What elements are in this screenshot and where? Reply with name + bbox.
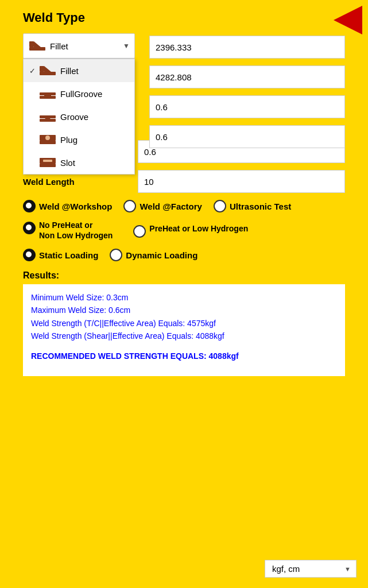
preheat-radio-label: PreHeat or Low Hydrogen: [149, 224, 248, 234]
dynamic-radio-option[interactable]: Dynamic Loading: [110, 249, 197, 261]
result-spacer: [31, 343, 337, 350]
page-title: Weld Type: [0, 0, 368, 31]
svg-point-14: [45, 136, 50, 140]
svg-rect-0: [29, 47, 45, 51]
svg-marker-2: [34, 41, 41, 47]
factory-radio-circle: [123, 200, 136, 212]
results-title: Results:: [23, 270, 345, 281]
input-field-1[interactable]: [149, 36, 345, 59]
input-field-4[interactable]: [149, 125, 345, 148]
workshop-radio-label: Weld @Workshop: [39, 202, 112, 211]
static-radio-label: Static Loading: [39, 250, 98, 260]
svg-rect-17: [43, 160, 52, 162]
dropdown-selected-label: Fillet: [50, 41, 123, 51]
loading-radio-group: Static Loading Dynamic Loading: [23, 249, 345, 261]
unit-selector-wrapper: kgf, cm kN, mm kN, m: [265, 560, 357, 578]
no-preheat-radio-option[interactable]: No PreHeat orNon Low Hydrogen: [23, 220, 113, 241]
unit-select[interactable]: kgf, cm kN, mm kN, m: [265, 560, 357, 578]
slot-menu-icon: [38, 156, 57, 169]
input-field-3[interactable]: [149, 95, 345, 118]
preheat-radio-option[interactable]: PreHeat or Low Hydrogen: [133, 224, 248, 238]
svg-marker-5: [44, 66, 51, 72]
no-preheat-radio-circle: [23, 222, 36, 234]
svg-marker-11: [43, 115, 52, 119]
main-content: Weld Size Weld Length Weld @Workshop Wel…: [0, 140, 368, 376]
svg-rect-8: [44, 92, 51, 99]
results-box: Minimum Weld Size: 0.3cm Maximum Weld Si…: [23, 284, 345, 376]
svg-rect-15: [40, 164, 56, 167]
fillet-menu-icon: [38, 64, 57, 78]
right-inputs-block: [149, 36, 345, 155]
dropdown-item-fillet[interactable]: ✓ Fillet: [24, 59, 134, 82]
weld-length-label: Weld Length: [23, 177, 138, 187]
static-radio-option[interactable]: Static Loading: [23, 249, 98, 261]
dynamic-radio-circle: [110, 249, 122, 261]
workshop-radio-circle: [23, 200, 36, 212]
no-preheat-radio-label: No PreHeat orNon Low Hydrogen: [39, 220, 113, 241]
ultrasonic-radio-option[interactable]: Ultrasonic Test: [214, 200, 291, 212]
checkmark-icon: ✓: [29, 67, 38, 75]
factory-radio-label: Weld @Factory: [140, 202, 202, 211]
ultrasonic-radio-circle: [214, 200, 226, 212]
result-line-4: Weld Strength (Shear||Effective Area) Eq…: [31, 330, 337, 342]
svg-rect-4: [40, 66, 44, 72]
dropdown-arrow-icon: ▼: [123, 42, 130, 50]
weld-type-menu: ✓ Fillet FullGroove: [23, 59, 135, 175]
input-field-2[interactable]: [149, 65, 345, 88]
heat-radio-group: No PreHeat orNon Low Hydrogen PreHeat or…: [23, 220, 345, 241]
dropdown-item-plug[interactable]: Plug: [24, 128, 134, 151]
svg-rect-10: [40, 119, 56, 122]
unit-select-container: kgf, cm kN, mm kN, m: [265, 560, 357, 578]
dropdown-item-fullgroove[interactable]: FullGroove: [24, 82, 134, 105]
result-line-1: Minimum Weld Size: 0.3cm: [31, 291, 337, 304]
preheat-radio-circle: [133, 225, 146, 238]
static-radio-circle: [23, 249, 36, 261]
slot-label: Slot: [60, 158, 75, 168]
result-recommended: RECOMMENDED WELD STRENGTH EQUALS: 4088kg…: [31, 350, 337, 362]
results-section: Results: Minimum Weld Size: 0.3cm Maximu…: [23, 270, 345, 376]
factory-radio-option[interactable]: Weld @Factory: [123, 200, 202, 212]
weld-type-select[interactable]: Fillet ▼: [23, 33, 135, 59]
svg-rect-12: [40, 141, 56, 144]
result-line-3: Weld Strength (T/C||Effective Area) Equa…: [31, 317, 337, 330]
dropdown-item-groove[interactable]: Groove: [24, 105, 134, 128]
groove-menu-icon: [38, 110, 57, 123]
groove-label: Groove: [60, 112, 88, 122]
fillet-label: Fillet: [60, 66, 79, 76]
result-line-2: Maximum Weld Size: 0.6cm: [31, 304, 337, 316]
weld-length-input[interactable]: [138, 170, 345, 193]
svg-rect-1: [29, 41, 34, 47]
plug-label: Plug: [60, 135, 78, 145]
fullgroove-label: FullGroove: [60, 89, 102, 99]
workshop-radio-option[interactable]: Weld @Workshop: [23, 200, 112, 212]
plug-menu-icon: [38, 133, 57, 146]
location-radio-group: Weld @Workshop Weld @Factory Ultrasonic …: [23, 200, 345, 212]
dynamic-radio-label: Dynamic Loading: [126, 250, 197, 260]
weld-type-dropdown-container: Fillet ▼ ✓ Fillet FullGroove: [23, 33, 135, 175]
ultrasonic-radio-label: Ultrasonic Test: [230, 202, 291, 211]
fullgroove-menu-icon: [38, 87, 57, 100]
svg-rect-3: [40, 72, 56, 75]
dropdown-item-slot[interactable]: Slot: [24, 151, 134, 174]
fillet-icon-selected: [28, 39, 47, 53]
